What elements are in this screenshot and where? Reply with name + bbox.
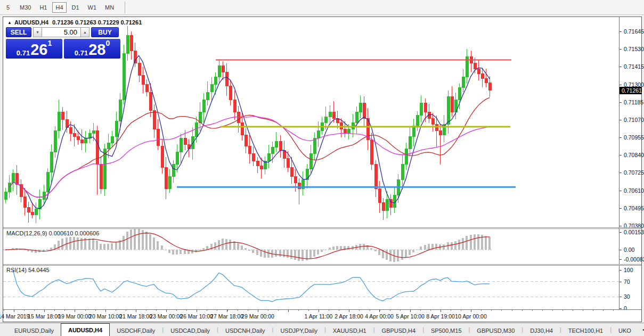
date-minor-tick: [4, 310, 4, 311]
tab-eurusd-daily[interactable]: EURUSD,Daily: [7, 325, 61, 336]
price-axis-label: 0.71185: [624, 99, 643, 105]
date-minor-tick: [186, 310, 187, 311]
date-minor-tick: [268, 310, 268, 311]
macd-axis-label: -0.000835: [624, 256, 644, 263]
date-major-tick: [349, 310, 349, 312]
date-label: 19 Mar 00:00: [58, 313, 91, 319]
sell-price-display[interactable]: 0.71 26 1: [6, 39, 62, 59]
panel-separator[interactable]: [3, 227, 641, 229]
price-axis-label: 0.70725: [624, 169, 644, 176]
timeframe-button-d1[interactable]: D1: [69, 2, 83, 13]
tab-gbpusd-h4[interactable]: GBPUSD,H4: [375, 325, 423, 336]
volume-increase-button[interactable]: ▲: [80, 27, 89, 37]
date-minor-tick: [380, 310, 380, 311]
tab-usdjpy-daily[interactable]: USDJPY,Daily: [273, 325, 324, 336]
date-minor-tick: [116, 310, 116, 311]
date-minor-tick: [461, 310, 461, 311]
date-label: 14 Mar 2019: [0, 313, 29, 319]
date-minor-tick: [64, 310, 65, 311]
tab-uko[interactable]: UKO: [612, 325, 638, 336]
rsi-line: [13, 270, 490, 302]
date-label: 21 Mar 18:00: [119, 313, 152, 319]
tab-sp500-m15[interactable]: SP500,M15: [424, 325, 468, 336]
panel-separator[interactable]: [3, 264, 641, 266]
date-minor-tick: [542, 310, 543, 311]
timeframe-button-mn[interactable]: MN: [102, 2, 117, 13]
one-click-trade-panel: SELL ▼ ▲ BUY 0.71 26 1 0.71 28 0: [6, 27, 120, 59]
sell-price-sup: 1: [47, 40, 52, 46]
date-major-tick: [410, 310, 411, 312]
timeframe-button-h4[interactable]: H4: [52, 2, 66, 13]
date-minor-tick: [370, 310, 370, 311]
date-minor-tick: [34, 310, 35, 311]
date-minor-tick: [339, 310, 339, 311]
date-major-tick: [75, 310, 75, 312]
buy-button[interactable]: BUY: [91, 27, 119, 37]
axis-tick: [619, 67, 622, 67]
volume-decrease-button[interactable]: ▼: [33, 27, 42, 37]
tab-gbpusd-m30[interactable]: GBPUSD,M30: [470, 325, 521, 336]
date-minor-tick: [227, 310, 228, 311]
tab-scroll-left-icon[interactable]: ◄: [638, 327, 644, 332]
tab-audusd-h4[interactable]: AUDUSD,H4: [61, 323, 110, 336]
tab-usdchf-daily[interactable]: USDCHF,Daily: [110, 325, 162, 336]
date-minor-tick: [126, 310, 126, 311]
timeframe-button-m30[interactable]: M30: [17, 2, 34, 13]
date-label: 27 Mar 18:00: [210, 313, 243, 319]
date-minor-tick: [532, 310, 533, 311]
date-label: 4 Apr 00:00: [365, 313, 394, 319]
tab-tech100-h1[interactable]: TECH100,H1: [561, 325, 610, 336]
tab-xauusd-h1[interactable]: XAUUSD,H1: [326, 325, 373, 336]
axis-tick: [619, 270, 622, 271]
axis-tick: [619, 282, 622, 282]
date-minor-tick: [95, 310, 96, 311]
tab-dj30-h4[interactable]: DJ30,H4: [523, 325, 560, 336]
date-major-tick: [288, 310, 289, 312]
date-major-tick: [227, 310, 227, 312]
chart-symbol: AUDUSD,H4: [14, 19, 48, 26]
price-axis-label: 0.70955: [624, 134, 644, 141]
axis-tick: [619, 102, 622, 103]
axis-tick: [619, 226, 622, 226]
rsi-axis-label: 100: [624, 267, 633, 273]
volume-input[interactable]: [42, 27, 80, 37]
date-minor-tick: [573, 310, 573, 311]
date-minor-tick: [420, 310, 421, 311]
date-minor-tick: [359, 310, 360, 311]
price-axis-label: 0.70495: [624, 205, 644, 211]
date-minor-tick: [298, 310, 299, 311]
date-minor-tick: [491, 310, 492, 311]
date-label: 20 Mar 10:00: [89, 313, 122, 319]
date-minor-tick: [329, 310, 329, 311]
axis-tick: [619, 155, 622, 155]
timeframe-button-5[interactable]: 5: [2, 2, 14, 13]
date-minor-tick: [613, 310, 614, 311]
date-label: 29 Mar 00:00: [241, 313, 274, 319]
rsi-chart[interactable]: [3, 266, 619, 309]
timeframe-button-h1[interactable]: H1: [36, 2, 50, 13]
price-axis-label: 0.71070: [624, 117, 644, 123]
sell-price-big: 26: [30, 43, 47, 57]
symbol-tabs-bar: EURUSD,DailyAUDUSD,H4USDCHF,Daily|USDCAD…: [0, 323, 644, 336]
date-minor-tick: [146, 310, 146, 311]
date-minor-tick: [501, 310, 502, 311]
tab-usdcad-daily[interactable]: USDCAD,Daily: [164, 325, 217, 336]
chart-collapse-icon[interactable]: ▲: [7, 20, 12, 25]
date-minor-tick: [400, 310, 401, 311]
axis-tick: [619, 191, 622, 191]
tab-usdcnh-daily[interactable]: USDCNH,Daily: [218, 325, 272, 336]
price-axis-label: 0.71415: [624, 63, 644, 70]
axis-tick: [619, 85, 622, 85]
date-axis: 14 Mar 201915 Mar 18:0019 Mar 00:0020 Ma…: [3, 309, 641, 322]
sell-button[interactable]: SELL: [6, 27, 31, 37]
date-minor-tick: [522, 310, 523, 311]
date-label: 10 Apr 00:00: [455, 313, 487, 319]
axis-tick: [619, 297, 622, 297]
axis-tick: [619, 232, 622, 233]
date-major-tick: [105, 310, 106, 312]
chart-window[interactable]: ▲AUDUSD,H40.71236 0.71263 0.71229 0.7126…: [3, 17, 642, 322]
buy-price-big: 28: [88, 43, 105, 57]
timeframe-button-w1[interactable]: W1: [85, 2, 100, 13]
buy-price-display[interactable]: 0.71 28 0: [64, 39, 120, 59]
axis-tick: [619, 259, 622, 260]
